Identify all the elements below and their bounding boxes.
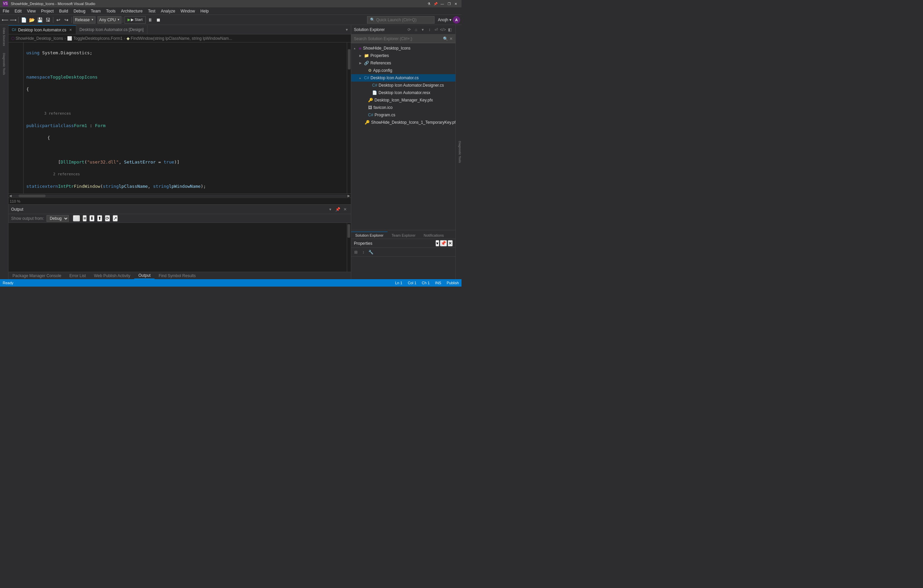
tree-item-favicon[interactable]: 🖼 favicon.ico: [351, 104, 455, 111]
output-sync-button[interactable]: ⟳: [105, 215, 110, 221]
stop-button[interactable]: ⏹: [154, 16, 162, 24]
se-properties-button[interactable]: ◧: [447, 27, 453, 33]
filter-icon[interactable]: ⚗: [426, 1, 432, 7]
tab-package-manager-console[interactable]: Package Manager Console: [8, 273, 66, 279]
se-home-button[interactable]: ⌂: [413, 27, 419, 33]
menu-edit[interactable]: Edit: [12, 8, 24, 14]
horizontal-scrollbar[interactable]: ◀ ▶: [8, 193, 351, 198]
start-button[interactable]: ▶ ▶ Start: [125, 16, 145, 24]
tree-root-project[interactable]: ▴ ◈ ShowHide_Desktop_Icons: [351, 44, 455, 52]
output-content[interactable]: [8, 223, 347, 272]
menu-analyze[interactable]: Analyze: [158, 8, 178, 14]
platform-dropdown[interactable]: Any CPU ▼: [97, 16, 122, 24]
props-sort-button[interactable]: ↕: [360, 249, 367, 256]
tree-item-designer-cs[interactable]: C# Desktop Icon Automator.Designer.cs: [351, 82, 455, 89]
output-scrollbar[interactable]: [347, 223, 351, 272]
output-source-select[interactable]: Debug Build Other: [46, 215, 69, 222]
se-refresh-button[interactable]: ⏎: [433, 27, 439, 33]
scroll-right-button[interactable]: ▶: [348, 194, 350, 198]
navigate-forward-button[interactable]: ⟶: [10, 16, 17, 24]
close-button[interactable]: ✕: [453, 1, 459, 7]
publish-button[interactable]: Publish: [447, 281, 459, 285]
tree-item-desktop-icon-automator[interactable]: ▴ C# Desktop Icon Automator.cs: [351, 74, 455, 82]
navigate-back-button[interactable]: ⟵: [2, 16, 9, 24]
tab-close-1[interactable]: ✕: [69, 28, 72, 32]
se-code-view-button[interactable]: </>: [440, 27, 446, 33]
output-external-button[interactable]: ↗: [113, 215, 118, 221]
menu-test[interactable]: Test: [145, 8, 158, 14]
se-tab-solution-explorer[interactable]: Solution Explorer: [351, 232, 388, 239]
code-content[interactable]: using System.Diagnostics; namespace Togg…: [24, 43, 347, 193]
scroll-left-button[interactable]: ◀: [9, 194, 12, 198]
se-sync-button[interactable]: ⟳: [406, 27, 412, 33]
save-all-button[interactable]: 🖫: [44, 16, 52, 24]
tree-item-references[interactable]: ▶ 🔗 References: [351, 59, 455, 67]
maximize-button[interactable]: ❐: [446, 1, 452, 7]
se-search-input[interactable]: [354, 36, 442, 41]
tab-output[interactable]: Output: [134, 272, 154, 279]
editor-scrollbar[interactable]: [347, 43, 351, 193]
output-close-button[interactable]: ✕: [342, 206, 348, 213]
menu-view[interactable]: View: [24, 8, 38, 14]
breadcrumb-project[interactable]: ⬡ ShowHide_Desktop_Icons: [11, 36, 63, 41]
tab-web-publish-activity[interactable]: Web Publish Activity: [90, 273, 134, 279]
diagnostic-tools-label[interactable]: Diagnostic Tools: [458, 141, 462, 163]
menu-architecture[interactable]: Architecture: [118, 8, 145, 14]
pause-button[interactable]: ⏸: [146, 16, 154, 24]
menu-project[interactable]: Project: [38, 8, 56, 14]
output-collapse-button[interactable]: ▾: [327, 206, 333, 213]
output-controls: ▾ 📌 ✕: [327, 206, 348, 213]
breadcrumb-method[interactable]: ◆ FindWindow(string lpClassName, string …: [126, 36, 232, 41]
tab-find-symbol-results[interactable]: Find Symbol Results: [154, 273, 200, 279]
tab-desktop-icon-automator[interactable]: C# Desktop Icon Automator.cs ✕: [8, 25, 76, 34]
user-profile[interactable]: Anojh ▾: [438, 18, 452, 22]
props-grid-view-button[interactable]: ⊞: [353, 249, 359, 256]
tree-item-program-cs[interactable]: C# Program.cs: [351, 111, 455, 119]
scroll-track: [12, 195, 348, 197]
tree-item-resx[interactable]: 📄 Desktop Icon Automator.resx: [351, 89, 455, 97]
output-find-button[interactable]: ⬇: [89, 215, 94, 221]
diagnostic-tools-icon[interactable]: Diagnostic Tools: [2, 52, 7, 76]
data-sources-icon[interactable]: Data Sources: [2, 26, 7, 47]
output-clear-button[interactable]: ⬜: [73, 215, 80, 221]
open-button[interactable]: 📂: [28, 16, 35, 24]
tree-item-pfx[interactable]: 🔑 Desktop_Icon_Manager_Key.pfx: [351, 97, 455, 104]
tree-item-properties[interactable]: ▶ 📁 Properties: [351, 52, 455, 59]
menu-tools[interactable]: Tools: [103, 8, 118, 14]
minimize-button[interactable]: —: [439, 1, 445, 7]
configuration-dropdown[interactable]: Release ▼: [73, 16, 95, 24]
quick-launch-input[interactable]: [376, 18, 432, 22]
menu-file[interactable]: File: [0, 8, 12, 14]
breadcrumb-class[interactable]: ⬜ ToggleDesktopIcons.Form1: [67, 36, 122, 41]
save-button[interactable]: 💾: [36, 16, 44, 24]
props-close-button[interactable]: ✕: [448, 240, 453, 246]
props-wrench-button[interactable]: 🔧: [367, 249, 374, 256]
new-file-button[interactable]: 📄: [20, 16, 27, 24]
menu-build[interactable]: Build: [56, 8, 71, 14]
props-pin-button[interactable]: 📌: [440, 240, 447, 246]
se-filter-button[interactable]: ▾: [420, 27, 426, 33]
tree-item-label: ShowHide_Desktop_Icons: [363, 46, 411, 51]
menu-window[interactable]: Window: [178, 8, 198, 14]
tab-desktop-icon-automator-design[interactable]: Desktop Icon Automator.cs [Design]: [76, 25, 148, 34]
se-tab-notifications[interactable]: Notifications: [420, 232, 448, 239]
tree-item-temp-key[interactable]: 🔑 ShowHide_Desktop_Icons_1_TemporaryKey.…: [351, 119, 455, 126]
se-collapse-button[interactable]: ↕: [426, 27, 432, 33]
pin-icon[interactable]: 📌: [432, 1, 439, 7]
menu-team[interactable]: Team: [88, 8, 103, 14]
tab-overflow-button[interactable]: ▾: [343, 25, 351, 34]
output-find-next-button[interactable]: ⬆: [97, 215, 102, 221]
props-collapse-button[interactable]: ▾: [435, 240, 439, 246]
tree-item-app-config[interactable]: ⚙ App.config: [351, 67, 455, 74]
se-search-clear[interactable]: ✕: [449, 36, 453, 41]
output-wrap-button[interactable]: ≡: [83, 215, 87, 221]
user-avatar[interactable]: A: [453, 16, 460, 24]
undo-button[interactable]: ↩: [55, 16, 62, 24]
redo-button[interactable]: ↪: [63, 16, 70, 24]
tab-error-list[interactable]: Error List: [66, 273, 90, 279]
solution-explorer-title: Solution Explorer: [354, 27, 406, 32]
menu-debug[interactable]: Debug: [71, 8, 88, 14]
se-tab-team-explorer[interactable]: Team Explorer: [388, 232, 420, 239]
output-pin-button[interactable]: 📌: [335, 206, 341, 213]
menu-help[interactable]: Help: [198, 8, 212, 14]
